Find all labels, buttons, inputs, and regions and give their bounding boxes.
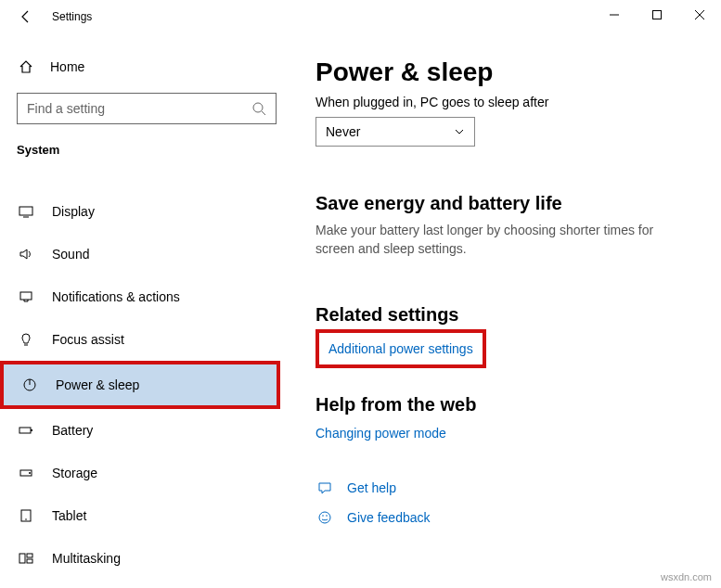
sidebar-item-label: Sound [52, 247, 89, 262]
highlight-box-power-sleep: Power & sleep [0, 361, 280, 409]
feedback-icon [315, 510, 334, 525]
highlight-box-additional-power: Additional power settings [315, 329, 486, 368]
svg-point-21 [319, 512, 330, 523]
sidebar-item-label: Power & sleep [56, 377, 139, 392]
close-button[interactable] [678, 0, 721, 30]
home-icon [17, 59, 35, 74]
search-icon [251, 101, 266, 116]
dropdown-value: Never [326, 124, 360, 139]
changing-power-mode-link[interactable]: Changing power mode [315, 426, 446, 441]
maximize-button[interactable] [636, 0, 678, 30]
sidebar-item-label: Display [52, 204, 95, 219]
sidebar-item-display[interactable]: Display [17, 190, 278, 233]
sidebar-item-label: Focus assist [52, 332, 124, 347]
additional-power-settings-link[interactable]: Additional power settings [328, 341, 473, 356]
get-help-link: Get help [347, 480, 396, 495]
watermark: wsxdn.com [661, 571, 712, 582]
sidebar-item-sound[interactable]: Sound [17, 233, 278, 275]
sleep-when-plugged-label: When plugged in, PC goes to sleep after [315, 95, 693, 109]
help-icon [315, 480, 334, 495]
title-bar: Settings [0, 0, 721, 33]
svg-line-5 [262, 111, 265, 115]
give-feedback-link: Give feedback [347, 510, 431, 525]
sidebar-item-label: Notifications & actions [52, 289, 180, 304]
sidebar-item-label: Multitasking [52, 551, 121, 566]
sidebar-item-battery[interactable]: Battery [17, 409, 278, 452]
back-button[interactable] [17, 7, 35, 26]
content-pane: Power & sleep When plugged in, PC goes t… [288, 33, 721, 588]
search-input[interactable]: Find a setting [17, 93, 277, 124]
sidebar: Home Find a setting System Display Sound… [0, 33, 288, 588]
home-label: Home [50, 59, 84, 74]
page-title: Power & sleep [315, 58, 693, 87]
minimize-button[interactable] [593, 0, 636, 30]
caption-buttons [593, 0, 721, 30]
search-placeholder: Find a setting [27, 101, 105, 116]
sidebar-item-notifications[interactable]: Notifications & actions [17, 275, 278, 318]
sidebar-item-multitasking[interactable]: Multitasking [17, 537, 278, 580]
svg-rect-19 [27, 554, 32, 557]
svg-point-4 [253, 103, 263, 112]
nav-group-header: System [17, 143, 278, 157]
tablet-icon [17, 508, 35, 523]
svg-point-17 [25, 518, 27, 520]
related-section-title: Related settings [315, 304, 693, 326]
sidebar-item-label: Battery [52, 423, 93, 438]
svg-rect-13 [31, 429, 32, 431]
svg-rect-12 [19, 428, 31, 433]
svg-point-22 [322, 515, 324, 517]
battery-icon [17, 423, 35, 438]
power-icon [20, 377, 39, 392]
svg-rect-8 [20, 292, 32, 300]
multitasking-icon [17, 551, 35, 566]
svg-point-23 [326, 515, 328, 517]
home-nav[interactable]: Home [17, 50, 278, 83]
svg-rect-6 [19, 207, 32, 215]
give-feedback-row[interactable]: Give feedback [315, 503, 693, 532]
chevron-down-icon [454, 126, 465, 137]
get-help-row[interactable]: Get help [315, 473, 693, 503]
sidebar-item-focus-assist[interactable]: Focus assist [17, 318, 278, 361]
energy-section-desc: Make your battery last longer by choosin… [315, 222, 668, 258]
sidebar-item-label: Tablet [52, 508, 86, 523]
window-title: Settings [52, 10, 92, 23]
display-icon [17, 204, 35, 219]
focus-assist-icon [17, 332, 35, 347]
sidebar-item-storage[interactable]: Storage [17, 452, 278, 494]
webhelp-section-title: Help from the web [315, 394, 693, 415]
sound-icon [17, 247, 35, 262]
svg-rect-18 [19, 554, 25, 563]
notifications-icon [17, 289, 35, 304]
storage-icon [17, 466, 35, 480]
sidebar-item-power-sleep[interactable]: Power & sleep [4, 364, 277, 405]
sidebar-item-label: Storage [52, 466, 97, 480]
svg-point-15 [29, 472, 31, 474]
sleep-when-plugged-dropdown[interactable]: Never [315, 117, 475, 147]
sidebar-item-tablet[interactable]: Tablet [17, 494, 278, 537]
svg-rect-1 [653, 11, 662, 19]
svg-rect-20 [27, 559, 32, 563]
energy-section-title: Save energy and battery life [315, 193, 693, 214]
